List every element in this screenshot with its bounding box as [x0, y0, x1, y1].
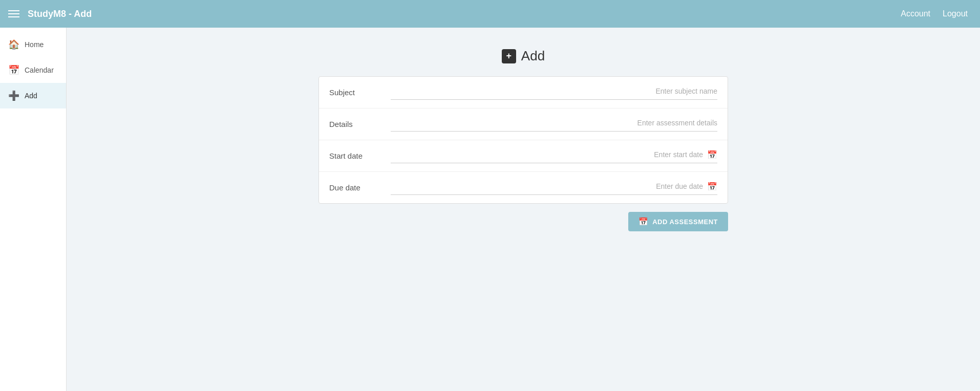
- hamburger-menu-icon[interactable]: [8, 10, 19, 17]
- start-date-calendar-icon: 📅: [707, 150, 717, 160]
- add-assessment-btn-label: ADD ASSESSMENT: [652, 218, 718, 226]
- add-assessment-btn-icon: 📅: [638, 217, 649, 226]
- start-date-input[interactable]: [391, 148, 703, 161]
- button-area: 📅 ADD ASSESSMENT: [318, 212, 728, 231]
- topbar-right: Account Logout: [897, 7, 972, 20]
- subject-label: Subject: [329, 88, 391, 97]
- details-row: Details: [319, 108, 728, 140]
- due-date-calendar-icon: 📅: [707, 182, 717, 191]
- details-input[interactable]: [391, 117, 717, 129]
- sidebar-item-calendar[interactable]: 📅 Calendar: [0, 57, 66, 83]
- due-date-input-wrapper: 📅: [391, 180, 717, 195]
- subject-input-wrapper: [391, 85, 717, 100]
- page-title-text: Add: [521, 48, 545, 64]
- home-icon: 🏠: [8, 39, 19, 50]
- subject-input[interactable]: [391, 85, 717, 97]
- subject-row: Subject: [319, 77, 728, 108]
- due-date-input[interactable]: [391, 180, 703, 192]
- start-date-input-wrapper: 📅: [391, 148, 717, 163]
- start-date-row: Start date 📅: [319, 140, 728, 172]
- account-link[interactable]: Account: [897, 7, 934, 20]
- sidebar-item-home[interactable]: 🏠 Home: [0, 32, 66, 57]
- sidebar: 🏠 Home 📅 Calendar ➕ Add: [0, 28, 67, 391]
- topbar-left: StudyM8 - Add: [8, 9, 92, 19]
- page-title: + Add: [502, 48, 545, 64]
- add-sidebar-icon: ➕: [8, 90, 19, 101]
- layout: 🏠 Home 📅 Calendar ➕ Add + Add Subject: [0, 28, 980, 391]
- sidebar-label-home: Home: [25, 40, 44, 49]
- topbar: StudyM8 - Add Account Logout: [0, 0, 980, 28]
- logout-link[interactable]: Logout: [939, 7, 972, 20]
- due-date-label: Due date: [329, 183, 391, 192]
- sidebar-label-calendar: Calendar: [25, 66, 54, 74]
- sidebar-item-add[interactable]: ➕ Add: [0, 83, 66, 108]
- main-content: + Add Subject Details Start da: [67, 28, 980, 391]
- details-input-wrapper: [391, 117, 717, 132]
- calendar-sidebar-icon: 📅: [8, 64, 19, 76]
- due-date-row: Due date 📅: [319, 172, 728, 203]
- start-date-label: Start date: [329, 151, 391, 160]
- details-label: Details: [329, 120, 391, 128]
- add-assessment-button[interactable]: 📅 ADD ASSESSMENT: [628, 212, 728, 231]
- app-title: StudyM8 - Add: [28, 9, 92, 19]
- page-title-icon: +: [502, 49, 516, 63]
- add-form-card: Subject Details Start date 📅: [318, 76, 728, 204]
- sidebar-label-add: Add: [25, 92, 37, 100]
